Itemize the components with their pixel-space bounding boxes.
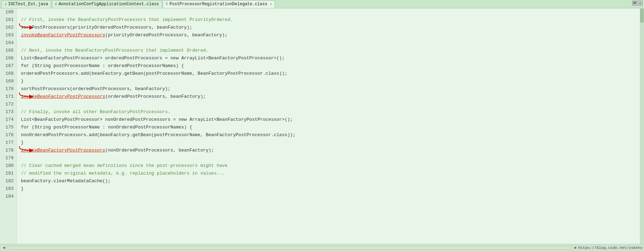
code-line — [21, 193, 644, 200]
line-number: 177 — [0, 139, 14, 147]
code-line — [21, 39, 644, 47]
line-numbers: 1601611621631641651661671681691701711721… — [0, 8, 17, 244]
line-number: 174 — [0, 116, 14, 124]
tab-postprocessor[interactable]: C PostProcessorRegistrationDelegate.clas… — [163, 0, 275, 8]
line-number: 164 — [0, 39, 14, 47]
code-text: for (String postProcessorName : orderedP… — [21, 62, 184, 70]
code-text: } — [21, 139, 24, 147]
code-text: orderedPostProcessors.add(beanFactory.ge… — [21, 70, 288, 77]
code-line: // First, invoke the BeanFactoryPostProc… — [21, 16, 644, 24]
line-number: 160 — [0, 8, 14, 16]
code-text: sortPostProcessors(priorityOrderedPostPr… — [21, 24, 192, 31]
tab-label-postprocessor: PostProcessorRegistrationDelegate.class — [169, 2, 267, 7]
code-text: } — [21, 185, 24, 193]
code-line: // modified the original metadata, e.g. … — [21, 170, 644, 177]
restore-button[interactable]: 🗗 — [632, 1, 637, 6]
code-text: beanFactory.clearMetadataCache(); — [21, 177, 110, 185]
code-text: invokeBeanFactoryPostProcessors(priority… — [21, 31, 228, 39]
code-line — [21, 101, 644, 108]
line-number: 165 — [0, 47, 14, 54]
code-line: nonOrderedPostProcessors.add(beanFactory… — [21, 131, 644, 139]
code-text: } — [21, 77, 24, 85]
code-line: List<BeanFactoryPostProcessor> nonOrdere… — [21, 116, 644, 124]
code-line: sortPostProcessors(orderedPostProcessors… — [21, 85, 644, 93]
line-number: 163 — [0, 31, 14, 39]
scroll-left[interactable]: ◄ — [1, 246, 7, 250]
line-number: 170 — [0, 85, 14, 93]
code-line: // Clear cached merged bean definitions … — [21, 162, 644, 170]
line-number: 176 — [0, 131, 14, 139]
code-line: beanFactory.clearMetadataCache(); — [21, 177, 644, 185]
code-line — [21, 8, 644, 16]
code-text: nonOrderedPostProcessors.add(beanFactory… — [21, 131, 296, 139]
code-text: invokeBeanFactoryPostProcessors(orderedP… — [21, 93, 206, 101]
code-line: // Finally, invoke all other BeanFactory… — [21, 108, 644, 116]
tab-bar: J IOCTest_Ext.java C AnnotationConfigApp… — [0, 0, 644, 8]
code-text: // First, invoke the BeanFactoryPostProc… — [21, 16, 233, 24]
code-line: ↗ invokeBeanFactoryPostProcessors(nonOrd… — [21, 147, 644, 154]
line-number: 182 — [0, 177, 14, 185]
code-text: List<BeanFactoryPostProcessor> nonOrdere… — [21, 116, 293, 124]
code-text: // Finally, invoke all other BeanFactory… — [21, 108, 170, 116]
scrollbar-horizontal[interactable] — [8, 246, 572, 250]
line-number: 178 — [0, 147, 14, 154]
line-number: 175 — [0, 124, 14, 131]
code-line: for (String postProcessorName : orderedP… — [21, 62, 644, 70]
scrollbar-thumb[interactable] — [640, 9, 644, 23]
code-line: invokeBeanFactoryPostProcessors(priority… — [21, 31, 644, 39]
code-line: } — [21, 77, 644, 85]
tab-icon-annotation: C — [55, 2, 57, 6]
code-line: } — [21, 139, 644, 147]
tab-annotation[interactable]: C AnnotationConfigApplicationContext.cla… — [52, 0, 162, 8]
code-line — [21, 154, 644, 162]
code-line: ↗ invokeBeanFactoryPostProcessors(ordere… — [21, 93, 644, 101]
line-number: 168 — [0, 70, 14, 77]
code-line: for (String postProcessorName : nonOrder… — [21, 124, 644, 131]
line-number: 167 — [0, 62, 14, 70]
code-text: for (String postProcessorName : nonOrder… — [21, 124, 192, 131]
line-number: 171 — [0, 93, 14, 101]
code-text: List<BeanFactoryPostProcessor> orderedPo… — [21, 54, 285, 62]
line-number: 172 — [0, 101, 14, 108]
tab-ioctest[interactable]: J IOCTest_Ext.java — [1, 0, 51, 8]
line-number: 181 — [0, 170, 14, 177]
code-text: invokeBeanFactoryPostProcessors(nonOrder… — [21, 147, 214, 154]
code-line: } — [21, 185, 644, 193]
line-number: 166 — [0, 54, 14, 62]
line-number: 169 — [0, 77, 14, 85]
tab-close-postprocessor[interactable]: ✕ — [270, 2, 272, 6]
line-number: 180 — [0, 162, 14, 170]
editor-container: 1601611621631641651661671681691701711721… — [0, 8, 644, 244]
code-line: List<BeanFactoryPostProcessor> orderedPo… — [21, 54, 644, 62]
tab-icon-ioctest: J — [5, 2, 7, 6]
status-url: https://blog.csdn.net/yskeny — [578, 246, 643, 250]
line-number: 184 — [0, 193, 14, 200]
code-line: // Next, invoke the BeanFactoryPostProce… — [21, 47, 644, 54]
tab-label-annotation: AnnotationConfigApplicationContext.class — [59, 2, 159, 7]
close-button[interactable]: ✕ — [638, 1, 643, 6]
line-number: 173 — [0, 108, 14, 116]
line-number: 179 — [0, 154, 14, 162]
code-area[interactable]: // First, invoke the BeanFactoryPostProc… — [17, 8, 644, 244]
bottom-bar: ◄ ► https://blog.csdn.net/yskeny — [0, 244, 644, 251]
code-text: // Clear cached merged bean definitions … — [21, 162, 228, 170]
code-line: ↗ sortPostProcessors(priorityOrderedPost… — [21, 24, 644, 31]
code-text: sortPostProcessors(orderedPostProcessors… — [21, 85, 170, 93]
code-line: orderedPostProcessors.add(beanFactory.ge… — [21, 70, 644, 77]
scroll-right[interactable]: ► — [573, 246, 578, 250]
code-text: // modified the original metadata, e.g. … — [21, 170, 225, 177]
tab-icon-postprocessor: C — [166, 2, 168, 6]
window-controls: 🗗 ✕ — [632, 1, 643, 6]
tab-label-ioctest: IOCTest_Ext.java — [8, 2, 48, 7]
code-text: // Next, invoke the BeanFactoryPostProce… — [21, 47, 208, 54]
line-number: 183 — [0, 185, 14, 193]
scrollbar-vertical[interactable] — [640, 8, 644, 244]
line-number: 162 — [0, 24, 14, 31]
line-number: 161 — [0, 16, 14, 24]
